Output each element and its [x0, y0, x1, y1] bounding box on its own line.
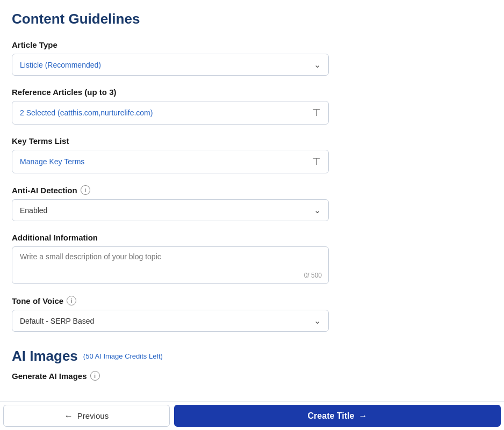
anti-ai-value: Enabled — [20, 206, 47, 215]
generate-ai-label: Generate AI Images i — [12, 371, 492, 381]
anti-ai-info-icon[interactable]: i — [81, 185, 90, 195]
tone-of-voice-select[interactable]: Default - SERP Based ⌄ — [12, 310, 329, 332]
key-terms-group: Key Terms List Manage Key Terms ⊤ — [12, 136, 492, 173]
tone-of-voice-label: Tone of Voice i — [12, 296, 492, 305]
article-type-value: Listicle (Recommended) — [20, 61, 101, 69]
anti-ai-chevron-icon: ⌄ — [314, 205, 321, 215]
reference-articles-group: Reference Articles (up to 3) 2 Selected … — [12, 88, 492, 125]
previous-label: Previous — [77, 411, 109, 420]
previous-arrow-icon: ← — [64, 411, 73, 421]
article-type-label: Article Type — [12, 40, 492, 49]
article-type-group: Article Type Listicle (Recommended) ⌄ — [12, 40, 492, 76]
tone-of-voice-chevron-icon: ⌄ — [314, 316, 321, 326]
generate-ai-info-icon[interactable]: i — [90, 371, 100, 381]
additional-info-textarea[interactable] — [20, 252, 321, 274]
previous-button[interactable]: ← Previous — [3, 405, 170, 427]
ai-images-title: AI Images (50 AI Image Credits Left) — [12, 348, 492, 365]
tone-of-voice-group: Tone of Voice i Default - SERP Based ⌄ — [12, 296, 492, 332]
tone-of-voice-value: Default - SERP Based — [20, 317, 94, 325]
article-type-select[interactable]: Listicle (Recommended) ⌄ — [12, 54, 329, 76]
key-terms-filter-icon: ⊤ — [312, 156, 321, 167]
anti-ai-select[interactable]: Enabled ⌄ — [12, 199, 329, 221]
page-container: Content Guidelines Article Type Listicle… — [0, 0, 504, 430]
additional-info-wrapper: 0/ 500 — [12, 246, 329, 284]
key-terms-label: Key Terms List — [12, 136, 492, 145]
anti-ai-group: Anti-AI Detection i Enabled ⌄ — [12, 185, 492, 221]
article-type-chevron-icon: ⌄ — [314, 60, 321, 70]
ai-images-section: AI Images (50 AI Image Credits Left) Gen… — [12, 348, 492, 381]
reference-articles-select[interactable]: 2 Selected (eatthis.com,nurturelife.com)… — [12, 101, 329, 125]
additional-info-group: Additional Information 0/ 500 — [12, 233, 492, 284]
reference-articles-value: 2 Selected (eatthis.com,nurturelife.com) — [20, 108, 153, 117]
additional-info-label: Additional Information — [12, 233, 492, 242]
reference-articles-label: Reference Articles (up to 3) — [12, 88, 492, 97]
key-terms-value: Manage Key Terms — [20, 157, 84, 166]
create-title-button[interactable]: Create Title → — [174, 405, 501, 427]
reference-articles-filter-icon: ⊤ — [312, 107, 321, 119]
key-terms-select[interactable]: Manage Key Terms ⊤ — [12, 150, 329, 173]
create-title-arrow-icon: → — [358, 411, 367, 421]
ai-credits-badge: (50 AI Image Credits Left) — [83, 352, 163, 360]
create-title-label: Create Title — [308, 411, 355, 421]
bottom-bar: ← Previous Create Title → — [0, 401, 504, 430]
tone-of-voice-info-icon[interactable]: i — [67, 296, 76, 305]
char-count: 0/ 500 — [304, 272, 322, 279]
page-title: Content Guidelines — [12, 11, 492, 27]
anti-ai-label: Anti-AI Detection i — [12, 185, 492, 195]
